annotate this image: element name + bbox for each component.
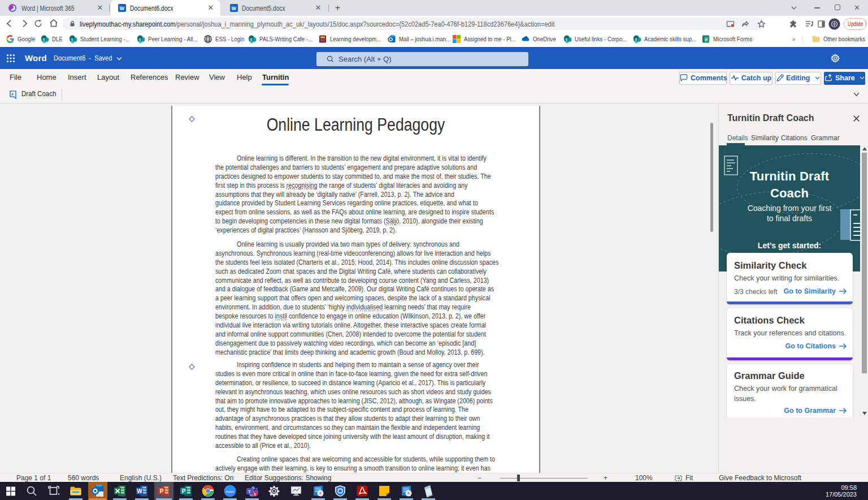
svg-text:W: W: [232, 6, 237, 11]
svg-text:W: W: [120, 6, 125, 11]
svg-text:s: s: [43, 37, 45, 41]
svg-text:T: T: [248, 489, 251, 494]
svg-text:s: s: [566, 37, 568, 41]
svg-text:P: P: [182, 488, 186, 494]
svg-text:s: s: [635, 37, 637, 41]
svg-text:zoom: zoom: [226, 490, 235, 493]
svg-text:F: F: [705, 38, 708, 42]
svg-text:s: s: [71, 37, 73, 41]
svg-text:s: s: [139, 37, 141, 41]
svg-text:W: W: [137, 488, 142, 494]
svg-text:s: s: [250, 37, 253, 41]
svg-text:P: P: [160, 488, 164, 494]
svg-text:1: 1: [254, 492, 257, 497]
